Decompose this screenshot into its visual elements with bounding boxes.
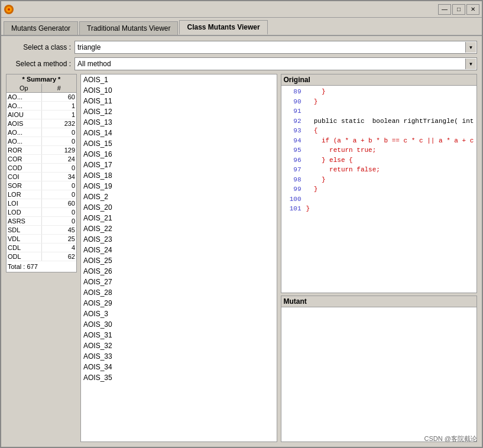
line-number: 101 xyxy=(284,204,302,214)
list-item[interactable]: AOIS_20 xyxy=(81,202,277,213)
summary-row: COR24 xyxy=(7,155,76,164)
summary-num: 0 xyxy=(42,217,77,225)
summary-col-op: Op xyxy=(7,84,42,92)
summary-title: * Summary * xyxy=(7,74,76,84)
summary-op: ROR xyxy=(7,146,42,154)
summary-num: 24 xyxy=(42,155,77,163)
line-text: } xyxy=(306,87,326,97)
list-item[interactable]: AOIS_12 xyxy=(81,106,277,117)
summary-op: AOIS xyxy=(7,119,42,128)
list-item[interactable]: AOIS_33 xyxy=(81,351,277,362)
list-item[interactable]: AOIS_34 xyxy=(81,362,277,372)
line-text: } else { xyxy=(306,155,353,165)
body-area: * Summary * Op # AO...60AO...1AIOU1AOIS2… xyxy=(6,74,477,442)
code-line: 101} xyxy=(284,204,475,214)
summary-num: 129 xyxy=(42,146,77,154)
summary-row: CDL4 xyxy=(7,244,76,252)
list-item[interactable]: AOIS_15 xyxy=(81,138,277,149)
code-line: 90 } xyxy=(284,97,475,107)
line-text: public static boolean rightTriangle( int… xyxy=(306,116,477,126)
list-item[interactable]: AOIS_13 xyxy=(81,117,277,128)
line-text: { xyxy=(306,126,318,136)
list-item[interactable]: AOIS_35 xyxy=(81,372,277,383)
class-label: Select a class : xyxy=(6,43,71,51)
list-item[interactable]: AOIS_17 xyxy=(81,160,277,170)
summary-row: AO...0 xyxy=(7,137,76,146)
list-item[interactable]: AOIS_32 xyxy=(81,340,277,351)
summary-num: 25 xyxy=(42,235,77,243)
line-number: 96 xyxy=(284,155,302,165)
mutant-code-label: Mutant xyxy=(281,296,477,307)
summary-row: SDL45 xyxy=(7,226,76,235)
list-item[interactable]: AOIS_27 xyxy=(81,277,277,287)
line-number: 93 xyxy=(284,126,302,136)
line-number: 97 xyxy=(284,165,302,175)
title-bar-controls: — □ ✕ xyxy=(438,4,479,15)
list-item[interactable]: AOIS_11 xyxy=(81,96,277,106)
code-line: 91 xyxy=(284,106,475,116)
list-item[interactable]: AOIS_31 xyxy=(81,330,277,340)
mutant-list-panel: AOIS_1AOIS_10AOIS_11AOIS_12AOIS_13AOIS_1… xyxy=(80,74,277,442)
list-item[interactable]: AOIS_19 xyxy=(81,181,277,191)
title-bar: — □ ✕ xyxy=(1,1,482,18)
summary-num: 0 xyxy=(42,181,77,190)
close-button[interactable]: ✕ xyxy=(466,4,479,15)
line-text: return true; xyxy=(306,145,377,155)
tab-class-mutants-viewer[interactable]: Class Mutants Viewer xyxy=(179,20,267,35)
original-code-content[interactable]: 89 }90 }9192 public static boolean right… xyxy=(281,86,477,293)
summary-num: 45 xyxy=(42,226,77,234)
mutant-code-content[interactable] xyxy=(281,307,477,441)
summary-op: VDL xyxy=(7,235,42,243)
list-item[interactable]: AOIS_28 xyxy=(81,287,277,298)
main-window: — □ ✕ Mutants Generator Traditional Muta… xyxy=(0,0,483,448)
summary-num: 34 xyxy=(42,173,77,181)
minimize-button[interactable]: — xyxy=(438,4,451,15)
summary-row: LOD0 xyxy=(7,208,76,217)
summary-row: AOIS232 xyxy=(7,119,76,128)
summary-row: COD0 xyxy=(7,164,76,173)
line-text: } xyxy=(306,175,326,185)
tab-traditional-mutants-viewer[interactable]: Traditional Mutants Viewer xyxy=(79,21,178,35)
line-number: 91 xyxy=(284,106,302,116)
maximize-button[interactable]: □ xyxy=(452,4,465,15)
list-item[interactable]: AOIS_29 xyxy=(81,298,277,309)
list-item[interactable]: AOIS_26 xyxy=(81,266,277,277)
code-line: 99 } xyxy=(284,184,475,194)
method-select[interactable]: All method xyxy=(74,57,477,70)
left-panel: * Summary * Op # AO...60AO...1AIOU1AOIS2… xyxy=(6,74,77,442)
summary-op: AO... xyxy=(7,93,42,101)
class-select[interactable]: triangle xyxy=(74,41,477,54)
list-item[interactable]: AOIS_24 xyxy=(81,245,277,255)
mutant-code-section: Mutant xyxy=(281,296,478,442)
list-item[interactable]: AOIS_25 xyxy=(81,255,277,266)
mutant-list-scroll[interactable]: AOIS_1AOIS_10AOIS_11AOIS_12AOIS_13AOIS_1… xyxy=(80,74,277,442)
summary-num: 1 xyxy=(42,102,77,110)
list-item[interactable]: AOIS_16 xyxy=(81,149,277,160)
summary-table: * Summary * Op # AO...60AO...1AIOU1AOIS2… xyxy=(6,74,77,272)
tab-mutants-generator[interactable]: Mutants Generator xyxy=(4,21,78,35)
list-item[interactable]: AOIS_21 xyxy=(81,213,277,223)
list-item[interactable]: AOIS_14 xyxy=(81,128,277,138)
summary-op: SOR xyxy=(7,181,42,190)
list-item[interactable]: AOIS_22 xyxy=(81,223,277,234)
line-number: 95 xyxy=(284,145,302,155)
summary-num: 60 xyxy=(42,199,77,207)
list-item[interactable]: AOIS_2 xyxy=(81,191,277,202)
right-panel: Original 89 }90 }9192 public static bool… xyxy=(281,74,478,442)
line-number: 89 xyxy=(284,87,302,97)
list-item[interactable]: AOIS_10 xyxy=(81,85,277,96)
code-line: 89 } xyxy=(284,87,475,97)
original-code-label: Original xyxy=(281,74,477,86)
summary-num: 232 xyxy=(42,119,77,128)
summary-op: COD xyxy=(7,164,42,172)
summary-row: ASRS0 xyxy=(7,217,76,226)
summary-row: SOR0 xyxy=(7,181,76,190)
list-item[interactable]: AOIS_18 xyxy=(81,170,277,181)
original-code-section: Original 89 }90 }9192 public static bool… xyxy=(281,74,478,293)
list-item[interactable]: AOIS_3 xyxy=(81,309,277,319)
list-item[interactable]: AOIS_30 xyxy=(81,319,277,330)
list-item[interactable]: AOIS_23 xyxy=(81,234,277,245)
list-item[interactable]: AOIS_1 xyxy=(81,74,277,85)
summary-num: 0 xyxy=(42,190,77,199)
code-line: 95 return true; xyxy=(284,145,475,155)
